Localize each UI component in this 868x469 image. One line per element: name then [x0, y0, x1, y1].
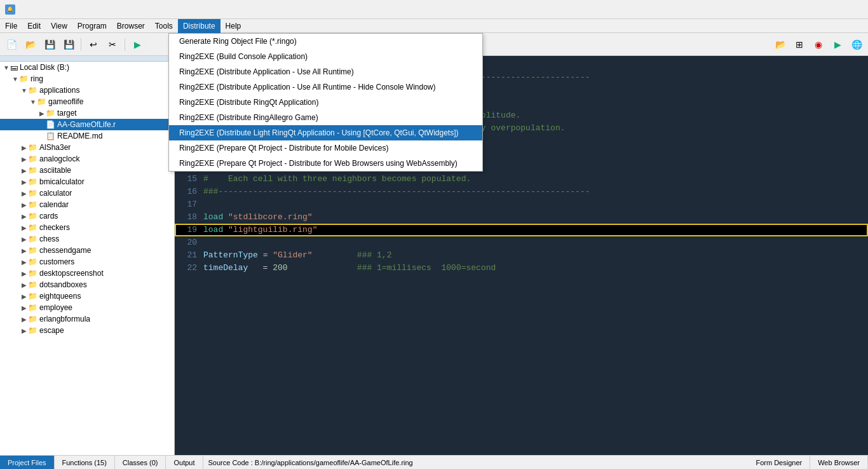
- tree-item-calendar[interactable]: ▶📁 calendar: [0, 199, 174, 210]
- status-tab-output[interactable]: Output: [166, 456, 203, 470]
- distribute-option-r2exe-mobile[interactable]: Ring2EXE (Prepare Qt Project - Distribut…: [169, 140, 482, 156]
- menu-item-view[interactable]: View: [46, 19, 72, 33]
- titlebar: 🔔: [0, 0, 868, 19]
- folder-open-button[interactable]: 📂: [771, 36, 789, 53]
- toolbar-sep-2: [125, 38, 125, 51]
- tree-item-calculator[interactable]: ▶📁 calculator: [0, 187, 174, 199]
- tree-arrow: ▶: [20, 167, 28, 174]
- tree-item-customers[interactable]: ▶📁 customers: [0, 256, 174, 268]
- undo-button[interactable]: ↩: [85, 36, 102, 53]
- tree-item-checkers[interactable]: ▶📁 checkers: [0, 222, 174, 233]
- tree-arrow: ▶: [20, 144, 28, 151]
- distribute-option-r2exe-allruntime-hide[interactable]: Ring2EXE (Distribute Application - Use A…: [169, 79, 482, 95]
- distribute-option-r2exe-allegro[interactable]: Ring2EXE (Distribute RingAllegro Game): [169, 110, 482, 125]
- redo-button[interactable]: ✂: [104, 36, 121, 53]
- tree-item-applications[interactable]: ▼📁 applications: [0, 85, 174, 96]
- status-tab-project-files[interactable]: Project Files: [0, 456, 55, 470]
- save-button[interactable]: 💾: [41, 36, 58, 53]
- tree-label: README.md: [57, 132, 102, 140]
- distribute-option-r2exe-ringqt[interactable]: Ring2EXE (Distribute RingQt Application): [169, 95, 482, 110]
- tree-arrow: ▶: [20, 247, 28, 254]
- run-button[interactable]: ▶: [128, 36, 146, 53]
- distribute-option-r2exe-allruntime[interactable]: Ring2EXE (Distribute Application - Use A…: [169, 64, 482, 79]
- play-button[interactable]: ▶: [829, 36, 846, 53]
- tree-arrow: ▼: [20, 87, 28, 94]
- tree-item-cards[interactable]: ▶📁 cards: [0, 210, 174, 222]
- open-button[interactable]: 📂: [22, 36, 39, 53]
- tree-item-chess[interactable]: ▶📁 chess: [0, 233, 174, 245]
- sidebar-header: [0, 56, 174, 62]
- code-line-21: 21PatternType = "Glider" ### 1,2: [175, 249, 868, 262]
- tree-icon: 📁: [28, 212, 37, 221]
- tree-label: bmicalculator: [39, 177, 85, 186]
- code-line-18: 18load "stdlibcore.ring": [175, 211, 868, 224]
- tree-item-asciitable[interactable]: ▶📁 asciitable: [0, 165, 174, 176]
- tree-item-ring[interactable]: ▼📁 ring: [0, 73, 174, 85]
- maximize-button[interactable]: [804, 0, 834, 19]
- tree-item-chessendgame[interactable]: ▶📁 chessendgame: [0, 245, 174, 256]
- tree-icon: 📁: [28, 315, 37, 323]
- tree-arrow: ▶: [20, 201, 28, 208]
- tree-item-aa-gameoflife.r[interactable]: 📄 AA-GameOfLife.r: [0, 119, 174, 130]
- tree-item-target[interactable]: ▶📁 target: [0, 107, 174, 119]
- menu-item-help[interactable]: Help: [220, 19, 247, 33]
- distribute-option-r2exe-console[interactable]: Ring2EXE (Build Console Application): [169, 49, 482, 64]
- tree-label: chess: [39, 234, 59, 243]
- tree-item-alsha3er[interactable]: ▶📁 AlSha3er: [0, 142, 174, 153]
- tree-item-bmicalculator[interactable]: ▶📁 bmicalculator: [0, 176, 174, 187]
- menu-item-tools[interactable]: Tools: [150, 19, 178, 33]
- tree-label: Local Disk (B:): [20, 63, 69, 72]
- menu-item-program[interactable]: Program: [72, 19, 112, 33]
- status-tab-classes--0-[interactable]: Classes (0): [115, 456, 166, 470]
- tree-icon: 🖴: [10, 63, 18, 72]
- tree-icon: 📄: [46, 120, 55, 129]
- tree-item-escape[interactable]: ▶📁 escape: [0, 325, 174, 336]
- tree-item-local-disk-(b:)[interactable]: ▼🖴 Local Disk (B:): [0, 62, 174, 73]
- source-path: Source Code : B:/ring/applications/gameo…: [203, 459, 749, 466]
- tree-item-desktopscreenshot[interactable]: ▶📁 desktopscreenshot: [0, 268, 174, 279]
- distribute-option-r2exe-wasm[interactable]: Ring2EXE (Prepare Qt Project - Distribut…: [169, 156, 482, 171]
- menu-item-distribute[interactable]: Distribute: [178, 19, 220, 33]
- tree-icon: 📋: [46, 132, 55, 140]
- grid-button[interactable]: ⊞: [790, 36, 808, 53]
- save-as-button[interactable]: 💾: [60, 36, 78, 53]
- tree-label: applications: [39, 86, 79, 95]
- web-browser-button[interactable]: Web Browser: [810, 456, 868, 470]
- tree-item-erlangbformula[interactable]: ▶📁 erlangbformula: [0, 313, 174, 325]
- minimize-button[interactable]: [775, 0, 804, 19]
- ring-logo-button[interactable]: ◉: [810, 36, 827, 53]
- menu-item-edit[interactable]: Edit: [22, 19, 46, 33]
- tree-label: escape: [39, 326, 64, 335]
- close-button[interactable]: [834, 0, 863, 19]
- code-line-22: 22timeDelay = 200 ### 1=millisecs 1000=s…: [175, 262, 868, 275]
- tree-arrow: ▼: [29, 99, 37, 105]
- tree-arrow: ▶: [38, 110, 46, 117]
- tree-label: ring: [31, 74, 43, 83]
- menu-item-file[interactable]: File: [0, 19, 22, 33]
- tree-item-employee[interactable]: ▶📁 employee: [0, 302, 174, 313]
- tree-icon: 📁: [37, 97, 46, 106]
- menu-item-browser[interactable]: Browser: [112, 19, 150, 33]
- tree-arrow: ▶: [20, 304, 28, 311]
- new-button[interactable]: 📄: [3, 36, 20, 53]
- tree-item-readme.md[interactable]: 📋 README.md: [0, 130, 174, 142]
- tree-item-gameoflife[interactable]: ▼📁 gameoflife: [0, 96, 174, 107]
- tree-arrow: ▶: [20, 224, 28, 231]
- tree-icon: 📁: [46, 109, 55, 118]
- form-designer-button[interactable]: Form Designer: [748, 456, 810, 470]
- tree-item-dotsandboxes[interactable]: ▶📁 dotsandboxes: [0, 279, 174, 290]
- tree-label: calculator: [39, 189, 72, 198]
- tree-item-analogclock[interactable]: ▶📁 analogclock: [0, 153, 174, 165]
- distribute-option-gen-ring[interactable]: Generate Ring Object File (*.ringo): [169, 34, 482, 49]
- code-line-15: 15# Each cell with three neighbors becom…: [175, 173, 868, 186]
- tree-item-eightqueens[interactable]: ▶📁 eightqueens: [0, 290, 174, 302]
- tree-icon: 📁: [28, 280, 37, 289]
- tree-label: desktopscreenshot: [39, 269, 104, 278]
- tree-icon: 📁: [28, 143, 37, 152]
- status-tab-functions--15-[interactable]: Functions (15): [55, 456, 115, 470]
- distribute-option-r2exe-light-ringqt[interactable]: Ring2EXE (Distribute Light RingQt Applic…: [169, 125, 482, 140]
- tree-arrow: ▶: [20, 270, 28, 277]
- titlebar-left: 🔔: [5, 4, 19, 15]
- web-button[interactable]: 🌐: [848, 36, 865, 53]
- tree-label: dotsandboxes: [39, 280, 87, 289]
